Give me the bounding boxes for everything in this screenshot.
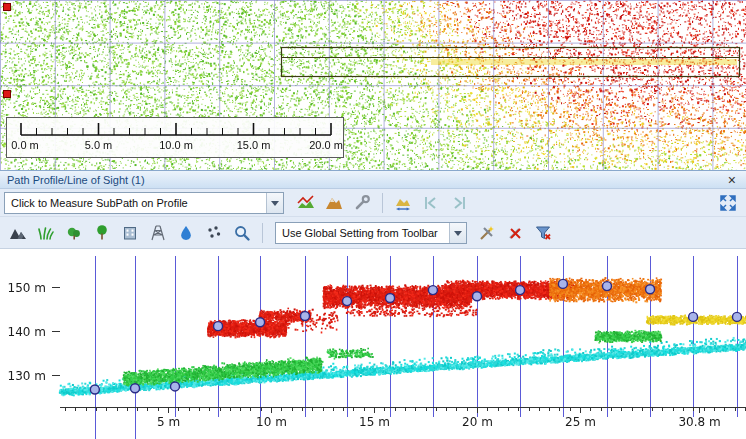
points-icon	[205, 224, 223, 242]
terrain-profile-icon	[325, 194, 343, 212]
zoom-button[interactable]	[230, 221, 254, 245]
next-segment-button[interactable]	[447, 191, 471, 215]
filter-button[interactable]	[531, 221, 555, 245]
building-icon	[121, 224, 139, 242]
panel-header: Path Profile/Line of Sight (1) ×	[0, 170, 746, 189]
previous-segment-icon	[422, 194, 440, 212]
scale-label: 10.0 m	[159, 139, 193, 151]
settings-wrench-icon	[353, 194, 371, 212]
terrain-profile-button[interactable]	[322, 191, 346, 215]
toolbar-separator	[382, 193, 383, 213]
powerline-button[interactable]	[146, 221, 170, 245]
zoom-icon	[233, 224, 251, 242]
scale-label: 5.0 m	[85, 139, 113, 151]
scale-label: 20.0 m	[309, 139, 343, 151]
toolbar-separator	[262, 223, 263, 243]
powerline-icon	[149, 224, 167, 242]
building-button[interactable]	[118, 221, 142, 245]
profile-chart-canvas[interactable]	[0, 249, 746, 439]
fit-profile-button[interactable]	[391, 191, 415, 215]
ground-icon	[9, 224, 27, 242]
points-button[interactable]	[202, 221, 226, 245]
classify-disabled-button[interactable]	[503, 221, 527, 245]
high-vegetation-button[interactable]	[90, 221, 114, 245]
panel-title: Path Profile/Line of Sight (1)	[7, 174, 725, 186]
expand-view-button[interactable]	[716, 191, 740, 215]
next-segment-icon	[450, 194, 468, 212]
classify-tools-button[interactable]	[475, 221, 499, 245]
measure-mode-combobox[interactable]: Click to Measure SubPath on Profile	[4, 192, 284, 214]
expand-view-icon	[719, 194, 737, 212]
classify-disabled-icon	[506, 224, 524, 242]
water-button[interactable]	[174, 221, 198, 245]
combobox-arrow-icon[interactable]	[449, 223, 466, 243]
medium-vegetation-button[interactable]	[62, 221, 86, 245]
high-vegetation-icon	[93, 224, 111, 242]
settings-wrench-button[interactable]	[350, 191, 374, 215]
ground-button[interactable]	[6, 221, 30, 245]
close-icon[interactable]: ×	[725, 173, 739, 187]
map-view: 0.0 m 5.0 m 10.0 m 15.0 m 20.0 m	[0, 0, 746, 170]
profile-toolbar: Click to Measure SubPath on Profile	[0, 189, 746, 217]
classify-tools-icon	[478, 224, 496, 242]
draw-profile-icon	[297, 194, 315, 212]
scale-label: 0.0 m	[11, 139, 39, 151]
water-icon	[177, 224, 195, 242]
filter-icon	[534, 224, 552, 242]
profile-view	[0, 249, 746, 439]
combobox-arrow-icon[interactable]	[266, 193, 283, 213]
map-scale-bar: 0.0 m 5.0 m 10.0 m 15.0 m 20.0 m	[6, 117, 344, 158]
fit-profile-icon	[394, 194, 412, 212]
draw-profile-button[interactable]	[294, 191, 318, 215]
low-vegetation-button[interactable]	[34, 221, 58, 245]
scale-label: 15.0 m	[237, 139, 271, 151]
classification-setting-combobox[interactable]: Use Global Setting from Toolbar	[275, 222, 467, 244]
previous-segment-button[interactable]	[419, 191, 443, 215]
scale-bar-ruler	[7, 118, 345, 140]
classification-toolbar: Use Global Setting from Toolbar	[0, 217, 746, 249]
medium-vegetation-icon	[65, 224, 83, 242]
measure-mode-value: Click to Measure SubPath on Profile	[5, 197, 266, 209]
low-vegetation-icon	[37, 224, 55, 242]
classification-setting-value: Use Global Setting from Toolbar	[276, 227, 449, 239]
path-profile-window: 0.0 m 5.0 m 10.0 m 15.0 m 20.0 m Path Pr…	[0, 0, 746, 439]
